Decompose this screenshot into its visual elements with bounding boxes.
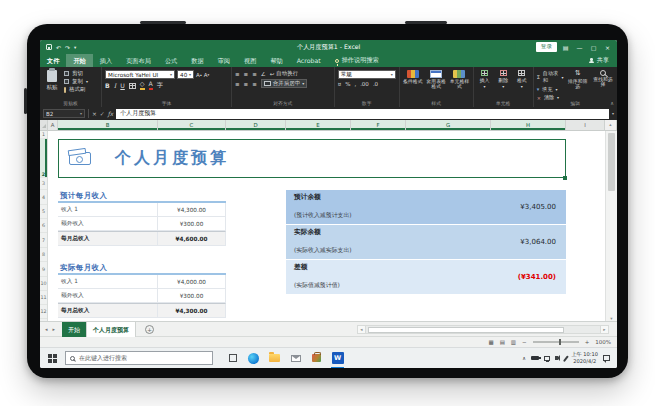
align-right-icon[interactable]: ≡ xyxy=(252,81,257,87)
find-select-button[interactable]: 查找和选择 xyxy=(592,70,614,99)
word-button[interactable]: W xyxy=(331,352,344,365)
minimize-button[interactable]: — xyxy=(574,44,585,51)
normal-view-icon[interactable]: ▦ xyxy=(488,339,493,345)
column-header[interactable]: G xyxy=(406,120,491,131)
new-sheet-button[interactable]: + xyxy=(145,325,154,334)
network-icon[interactable] xyxy=(544,356,550,361)
tray-chevron-icon[interactable]: ∧ xyxy=(522,355,526,361)
copy-button[interactable]: 复制▾ xyxy=(64,78,88,85)
percent-style-icon[interactable]: % xyxy=(345,81,350,87)
sheet-nav-right-icon[interactable]: ▸ xyxy=(53,326,56,332)
edge-button[interactable] xyxy=(247,352,260,365)
zoom-slider[interactable] xyxy=(533,341,579,343)
tab-file[interactable]: 文件 xyxy=(40,54,66,67)
align-center-icon[interactable]: ≡ xyxy=(244,81,249,87)
tab-help[interactable]: 帮助 xyxy=(263,54,289,67)
row-header[interactable]: 2 xyxy=(40,139,47,178)
align-top-icon[interactable]: ≡ xyxy=(235,71,240,77)
vertical-scroll-thumb[interactable] xyxy=(608,133,615,191)
signin-button[interactable]: 登录 xyxy=(536,42,557,52)
table-total-row[interactable]: 每月总收入 ¥4,300.00 xyxy=(58,303,226,318)
column-header[interactable]: H xyxy=(491,120,566,131)
number-format-combo[interactable]: 常规▾ xyxy=(338,70,396,79)
taskbar-search-input[interactable]: 在此键入进行搜索 xyxy=(65,351,213,365)
row-header[interactable]: 3 xyxy=(40,178,47,190)
tab-view[interactable]: 视图 xyxy=(237,54,263,67)
scroll-up-icon[interactable]: ▴ xyxy=(605,120,617,131)
column-header[interactable]: B xyxy=(58,120,158,131)
close-button[interactable]: × xyxy=(602,44,613,51)
save-icon[interactable] xyxy=(46,44,52,50)
qat-customize-icon[interactable]: ▾ xyxy=(74,45,76,50)
expand-formula-bar-icon[interactable]: ▾ xyxy=(612,111,614,116)
formula-input[interactable]: 个人月度预算 xyxy=(116,109,609,119)
row-header[interactable]: 6 xyxy=(40,219,47,233)
table-row[interactable]: 收入 1 ¥4,300.00 xyxy=(58,203,226,217)
orientation-icon[interactable]: ∠ xyxy=(261,71,266,77)
horizontal-scroll-thumb[interactable] xyxy=(368,327,564,333)
align-bottom-icon[interactable]: ≡ xyxy=(252,71,257,77)
windows-start-icon[interactable] xyxy=(48,354,57,363)
taskbar-clock[interactable]: 上午 10:10 2020/4/2 xyxy=(572,351,599,364)
delete-cells-button[interactable]: 删除▾ xyxy=(495,70,511,99)
grow-font-button[interactable]: A▴ xyxy=(196,72,202,78)
table-header[interactable]: 预计每月收入 xyxy=(58,190,226,203)
row-header[interactable]: 4 xyxy=(40,190,47,205)
table-total-row[interactable]: 每月总收入 ¥4,600.00 xyxy=(58,231,226,246)
sheet-title-cell[interactable]: 个人月度预算 xyxy=(58,139,566,178)
italic-button[interactable]: I xyxy=(114,82,116,89)
battery-icon[interactable] xyxy=(531,356,539,360)
fill-color-icon[interactable]: ◇ xyxy=(140,81,145,89)
sheet-tab-budget[interactable]: 个人月度预算 xyxy=(86,322,136,337)
zoom-level[interactable]: 100% xyxy=(595,339,611,345)
bold-button[interactable]: B xyxy=(105,82,110,89)
decrease-decimal-icon[interactable]: .0 xyxy=(373,81,378,87)
row-header[interactable]: 12 xyxy=(40,305,47,319)
redo-icon[interactable]: ↷ xyxy=(65,44,70,51)
hscroll-right-icon[interactable]: ▸ xyxy=(600,325,609,334)
tab-review[interactable]: 审阅 xyxy=(211,54,237,67)
align-middle-icon[interactable]: ≡ xyxy=(244,71,249,77)
zoom-in-icon[interactable]: + xyxy=(585,339,590,345)
page-break-view-icon[interactable]: ▥ xyxy=(511,339,516,345)
tell-me-search[interactable]: 操作说明搜索 xyxy=(328,54,386,67)
format-cells-button[interactable]: 格式▾ xyxy=(514,70,530,99)
column-header[interactable]: D xyxy=(226,120,286,131)
fill-handle[interactable] xyxy=(563,176,567,180)
mail-button[interactable] xyxy=(289,352,302,365)
share-button[interactable]: 共享 xyxy=(589,54,617,67)
select-all-corner[interactable] xyxy=(40,120,48,131)
column-header[interactable]: C xyxy=(158,120,226,131)
conditional-formatting-button[interactable]: 条件格式 xyxy=(403,70,423,99)
enter-icon[interactable]: ✓ xyxy=(100,111,105,117)
zoom-slider-thumb[interactable] xyxy=(559,339,561,345)
accounting-format-icon[interactable]: ¤ xyxy=(338,81,342,87)
autosum-button[interactable]: Σ自动求和▾ xyxy=(537,70,564,84)
sheet-tab-start[interactable]: 开始 xyxy=(62,322,86,337)
cancel-icon[interactable]: × xyxy=(92,111,97,117)
insert-function-icon[interactable]: ƒx xyxy=(108,111,113,117)
table-header[interactable]: 实际每月收入 xyxy=(58,262,226,275)
summary-row-difference[interactable]: 差额 (实际值减预计值) (¥341.00) xyxy=(286,260,566,294)
table-row[interactable]: 额外收入 ¥300.00 xyxy=(58,217,226,231)
font-name-combo[interactable]: Microsoft YaHei UI▾ xyxy=(105,70,175,79)
maximize-button[interactable]: ▢ xyxy=(588,44,599,51)
format-as-table-button[interactable]: 套用表格格式 xyxy=(426,70,446,99)
sheet-nav-left-icon[interactable]: ◂ xyxy=(45,326,48,332)
vertical-scrollbar[interactable]: ▾ xyxy=(605,131,617,321)
row-header[interactable]: 1 xyxy=(40,131,47,139)
ribbon-display-options-icon[interactable]: ▤ xyxy=(560,44,571,51)
row-header[interactable]: 8 xyxy=(40,248,47,262)
row-header[interactable]: 11 xyxy=(40,291,47,305)
tab-data[interactable]: 数据 xyxy=(184,54,210,67)
sort-filter-button[interactable]: ⇅排序和筛选 xyxy=(567,70,589,99)
hscroll-left-icon[interactable]: ◂ xyxy=(357,325,366,334)
table-row[interactable]: 收入 1 ¥4,000.00 xyxy=(58,275,226,289)
paste-button[interactable]: 粘贴 xyxy=(43,70,61,99)
column-header[interactable]: E xyxy=(286,120,351,131)
tab-insert[interactable]: 插入 xyxy=(93,54,119,67)
underline-button[interactable]: U xyxy=(120,82,125,89)
tab-page-layout[interactable]: 页面布局 xyxy=(119,54,158,67)
row-header[interactable]: 7 xyxy=(40,233,47,248)
borders-icon[interactable] xyxy=(129,83,136,89)
